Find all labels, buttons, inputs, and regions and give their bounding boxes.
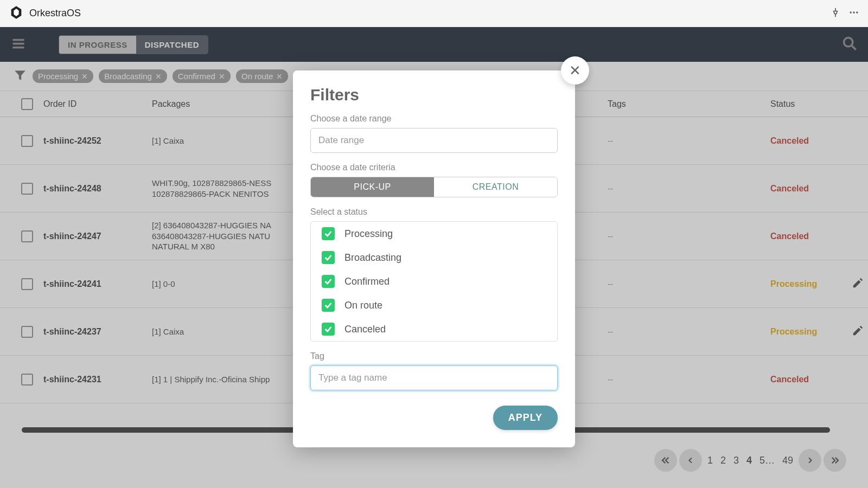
app-name: OrkestraOS — [29, 8, 81, 19]
checkbox-checked-icon[interactable] — [322, 227, 335, 240]
date-range-input[interactable] — [310, 128, 558, 153]
status-list: ProcessingBroadcastingConfirmedOn routeC… — [310, 221, 558, 342]
status-item[interactable]: Canceled — [311, 317, 557, 341]
tag-label: Tag — [310, 351, 558, 361]
status-label: Canceled — [344, 324, 386, 335]
date-range-label: Choose a date range — [310, 114, 558, 124]
logo-icon — [9, 5, 24, 22]
topbar: OrkestraOS — [0, 0, 868, 27]
status-item[interactable]: On route — [311, 293, 557, 317]
pin-icon[interactable] — [830, 7, 841, 20]
checkbox-checked-icon[interactable] — [322, 323, 335, 336]
date-criteria-segmented: PICK-UP CREATION — [310, 177, 558, 197]
close-icon: ✕ — [569, 62, 581, 79]
status-label: Processing — [344, 228, 393, 240]
status-item[interactable]: Confirmed — [311, 269, 557, 293]
checkbox-checked-icon[interactable] — [322, 299, 335, 312]
svg-point-1 — [853, 11, 854, 13]
status-item[interactable]: Broadcasting — [311, 246, 557, 269]
criteria-creation[interactable]: CREATION — [434, 177, 557, 197]
modal-title: Filters — [310, 86, 558, 104]
topbar-right — [830, 7, 859, 20]
more-icon[interactable] — [848, 7, 859, 20]
date-criteria-label: Choose a date criteria — [310, 163, 558, 172]
tag-input[interactable] — [310, 365, 558, 390]
checkbox-checked-icon[interactable] — [322, 251, 335, 264]
criteria-pickup[interactable]: PICK-UP — [311, 177, 434, 197]
svg-point-0 — [850, 11, 852, 13]
status-item[interactable]: Processing — [311, 222, 557, 246]
status-label: Confirmed — [344, 276, 390, 287]
status-select-label: Select a status — [310, 207, 558, 217]
filters-modal: ✕ Filters Choose a date range Choose a d… — [293, 70, 575, 447]
status-label: On route — [344, 300, 382, 311]
status-label: Broadcasting — [344, 252, 401, 264]
apply-button[interactable]: APPLY — [493, 406, 558, 430]
topbar-left: OrkestraOS — [9, 5, 81, 22]
svg-point-2 — [856, 11, 858, 13]
modal-close-button[interactable]: ✕ — [561, 56, 589, 85]
checkbox-checked-icon[interactable] — [322, 275, 335, 288]
